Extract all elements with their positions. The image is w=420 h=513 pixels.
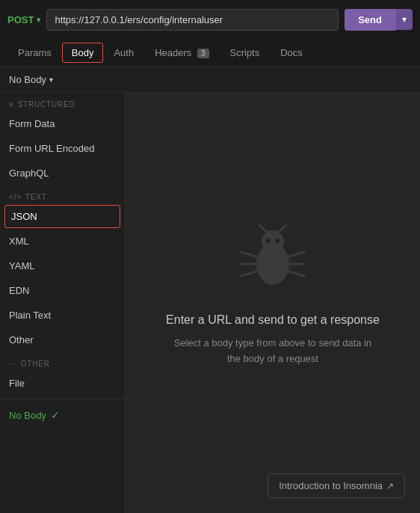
tab-body[interactable]: Body	[62, 43, 104, 63]
svg-line-9	[289, 271, 304, 276]
svg-line-3	[278, 225, 286, 233]
sidebar-item-json[interactable]: JSON	[4, 205, 120, 228]
section-other-label: ··· OTHER	[0, 352, 125, 371]
section-structured-label: ≡ STRUCTURED	[0, 93, 125, 111]
sidebar-item-yaml[interactable]: YAML	[0, 254, 125, 278]
method-selector[interactable]: POST ▾	[7, 14, 40, 25]
external-link-icon: ↗	[386, 481, 394, 491]
no-body-selector[interactable]: No Body ▾	[9, 74, 53, 85]
method-label: POST	[7, 14, 34, 25]
panel-heading-text: Enter a URL and send to get a response	[166, 313, 380, 326]
tab-scripts[interactable]: Scripts	[220, 41, 271, 64]
send-dropdown-button[interactable]: ▾	[395, 9, 413, 30]
sidebar-item-plain-text[interactable]: Plain Text	[0, 303, 125, 328]
no-body-footer[interactable]: No Body ✓	[0, 402, 125, 428]
sidebar-divider	[0, 399, 125, 399]
section-text-label: </> TEXT	[0, 185, 125, 204]
no-body-label: No Body	[9, 74, 46, 85]
check-icon: ✓	[51, 409, 60, 421]
send-button-group: Send ▾	[345, 9, 413, 31]
sidebar-item-form-data[interactable]: Form Data	[0, 111, 125, 136]
method-chevron-icon: ▾	[37, 16, 40, 24]
other-dots-icon: ···	[9, 360, 17, 368]
main-content: ≡ STRUCTURED Form Data Form URL Encoded …	[0, 93, 420, 513]
svg-point-1	[262, 230, 284, 253]
sidebar-item-form-url-encoded[interactable]: Form URL Encoded	[0, 136, 125, 161]
svg-point-11	[275, 239, 280, 243]
svg-point-10	[266, 239, 271, 243]
sidebar-item-file[interactable]: File	[0, 371, 125, 396]
no-body-footer-label: No Body	[9, 410, 46, 421]
text-code-icon: </>	[9, 193, 22, 201]
intro-link[interactable]: Introduction to Insomnia ↗	[268, 473, 405, 498]
intro-link-label: Introduction to Insomnia	[279, 480, 383, 491]
right-panel: Enter a URL and send to get a response S…	[126, 93, 420, 513]
tab-auth[interactable]: Auth	[103, 41, 144, 64]
tab-docs[interactable]: Docs	[270, 41, 313, 64]
body-type-sidebar: ≡ STRUCTURED Form Data Form URL Encoded …	[0, 93, 126, 513]
tab-bar: Params Body Auth Headers 3 Scripts Docs	[0, 39, 420, 67]
send-button[interactable]: Send	[345, 9, 395, 31]
sidebar-item-graphql[interactable]: GraphQL	[0, 161, 125, 185]
sidebar-item-edn[interactable]: EDN	[0, 278, 125, 303]
sidebar-item-xml[interactable]: XML	[0, 229, 125, 254]
sidebar-item-other[interactable]: Other	[0, 328, 125, 352]
svg-line-6	[241, 271, 256, 276]
bug-icon	[235, 221, 310, 298]
panel-subtext-content: Select a body type from above to send da…	[174, 337, 372, 364]
svg-line-4	[241, 252, 256, 256]
no-body-chevron-icon: ▾	[49, 76, 53, 84]
panel-heading: Enter a URL and send to get a response	[166, 313, 380, 327]
body-toolbar: No Body ▾	[0, 67, 420, 93]
tab-params[interactable]: Params	[7, 41, 62, 64]
tab-headers[interactable]: Headers 3	[144, 41, 219, 64]
panel-subtext: Select a body type from above to send da…	[168, 336, 377, 367]
structured-bars-icon: ≡	[9, 100, 14, 108]
svg-line-2	[259, 225, 268, 233]
svg-line-7	[289, 252, 304, 256]
top-bar: POST ▾ Send ▾	[0, 0, 420, 39]
headers-badge: 3	[197, 49, 209, 58]
url-input[interactable]	[46, 9, 339, 31]
